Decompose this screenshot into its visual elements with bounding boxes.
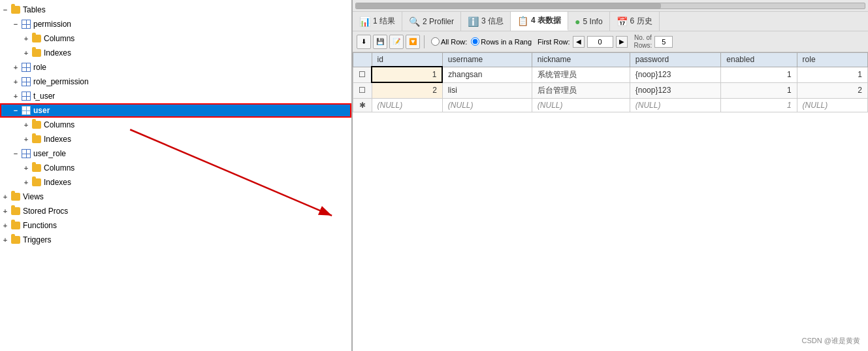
row1-enabled[interactable]: 1 [721,67,797,82]
row2-role[interactable]: 2 [797,82,867,98]
tree-item-permission-columns[interactable]: Columns [0,31,351,46]
tree-item-views[interactable]: Views [0,190,351,204]
row1-password[interactable]: {noop}123 [630,67,721,82]
expand-functions[interactable] [0,220,10,231]
row1-nickname[interactable]: 系统管理员 [532,67,630,82]
expand-views[interactable] [0,192,10,202]
expand-t-user[interactable] [10,91,21,101]
scrollbar-thumb[interactable] [356,3,661,8]
tab-info5-label: 5 Info [583,17,603,26]
next-row-btn[interactable]: ▶ [616,36,628,48]
row2-password[interactable]: {noop}123 [630,82,721,98]
expand-permission-indexes[interactable] [21,48,31,58]
permission-columns-label: Columns [44,34,74,43]
tabledata-tab-icon: 📋 [517,16,528,26]
row2-nickname[interactable]: 后台管理员 [532,82,630,98]
expand-user[interactable] [10,105,21,116]
row1-id[interactable]: 1 [372,67,442,82]
range-rows-radio-item[interactable]: Rows in a Rang [471,37,532,46]
row2-username[interactable]: lisi [442,82,532,98]
null-password[interactable]: (NULL) [630,98,721,112]
col-header-id[interactable]: id [372,53,442,67]
all-rows-radio-item[interactable]: All Row: [431,37,467,46]
tab-info3[interactable]: ℹ️ 3 信息 [461,12,511,31]
tree-item-stored-procs[interactable]: Stored Procs [0,204,351,218]
tree-item-user[interactable]: user [0,103,351,118]
tree-container: Tables permission Columns Indexes [0,0,351,351]
col-header-checkbox [353,53,372,67]
col-header-enabled[interactable]: enabled [721,53,797,67]
tree-item-tables[interactable]: Tables [0,3,351,17]
expand-user-role-columns[interactable] [21,163,31,173]
tab-tabledata[interactable]: 📋 4 表数据 [511,12,568,31]
user-role-indexes-label: Indexes [44,178,71,187]
data-table: id username nickname password enabled ro… [353,52,868,112]
tree-item-role-permission[interactable]: role_permission [0,75,351,89]
null-username[interactable]: (NULL) [442,98,532,112]
col-header-nickname[interactable]: nickname [532,53,630,67]
tab-profiler[interactable]: 🔍 2 Profiler [402,12,461,31]
tree-item-user-role[interactable]: user_role [0,146,351,161]
null-nickname[interactable]: (NULL) [532,98,630,112]
row1-username[interactable]: zhangsan [442,67,532,82]
row-filter-group: All Row: Rows in a Rang [431,37,532,46]
table-row: ☐ 1 zhangsan 系统管理员 {noop}123 1 1 [353,67,868,82]
expand-permission-columns[interactable] [21,33,31,44]
row1-role[interactable]: 1 [797,67,867,82]
all-rows-radio[interactable] [431,37,440,46]
stored-procs-label: Stored Procs [23,207,68,216]
tree-item-role[interactable]: role [0,60,351,75]
row-count-input[interactable] [654,36,673,48]
row2-checkbox[interactable]: ☐ [353,82,372,98]
tab-history[interactable]: 📅 6 历史 [610,12,660,31]
expand-triggers[interactable] [0,235,10,245]
expand-user-role-indexes[interactable] [21,177,31,188]
row2-id[interactable]: 2 [372,82,442,98]
save-btn[interactable]: 💾 [373,35,387,49]
col-header-username[interactable]: username [442,53,532,67]
expand-role-permission[interactable] [10,76,21,87]
col-header-password[interactable]: password [630,53,721,67]
expand-stored-procs[interactable] [0,206,10,216]
null-role[interactable]: (NULL) [797,98,867,112]
filter-btn[interactable]: 🔽 [406,35,420,49]
tab-profiler-label: 2 Profiler [423,17,454,26]
views-label: Views [23,192,44,201]
tab-tabledata-label: 4 表数据 [531,15,561,26]
expand-role[interactable] [10,62,21,73]
tree-item-user-role-columns[interactable]: Columns [0,161,351,175]
add-row-btn[interactable]: 📝 [389,35,404,49]
row1-checkbox[interactable]: ☐ [353,67,372,82]
tree-item-user-columns[interactable]: Columns [0,118,351,132]
expand-permission[interactable] [10,19,21,29]
row2-enabled[interactable]: 1 [721,82,797,98]
range-rows-radio[interactable] [471,37,479,46]
tables-label: Tables [23,5,46,14]
prev-row-btn[interactable]: ◀ [573,36,585,48]
null-id[interactable]: (NULL) [372,98,442,112]
tab-info5[interactable]: ● 5 Info [568,12,610,31]
tree-item-functions[interactable]: Functions [0,218,351,233]
horizontal-scrollbar[interactable] [353,0,868,12]
tree-item-user-indexes[interactable]: Indexes [0,132,351,146]
expand-user-role[interactable] [10,148,21,159]
expand-user-columns[interactable] [21,120,31,130]
tree-item-triggers[interactable]: Triggers [0,233,351,247]
tree-item-t-user[interactable]: t_user [0,89,351,103]
right-panel: 📊 1 结果 🔍 2 Profiler ℹ️ 3 信息 📋 4 表数据 ● 5 … [353,0,868,351]
t-user-table-icon [21,91,31,101]
refresh-btn[interactable]: ⬇ [357,35,371,49]
scrollbar-track[interactable] [355,3,865,9]
triggers-label: Triggers [23,235,52,244]
expand-user-indexes[interactable] [21,134,31,144]
first-row-input[interactable] [587,36,613,48]
tree-item-permission[interactable]: permission [0,17,351,31]
col-header-role[interactable]: role [797,53,867,67]
tab-results[interactable]: 📊 1 结果 [353,12,402,31]
tree-item-user-role-indexes[interactable]: Indexes [0,175,351,190]
user-role-columns-label: Columns [44,163,74,173]
null-enabled[interactable]: 1 [721,98,797,112]
table-row: ☐ 2 lisi 后台管理员 {noop}123 1 2 [353,82,868,98]
tree-item-permission-indexes[interactable]: Indexes [0,46,351,60]
expand-tables[interactable] [0,5,10,15]
